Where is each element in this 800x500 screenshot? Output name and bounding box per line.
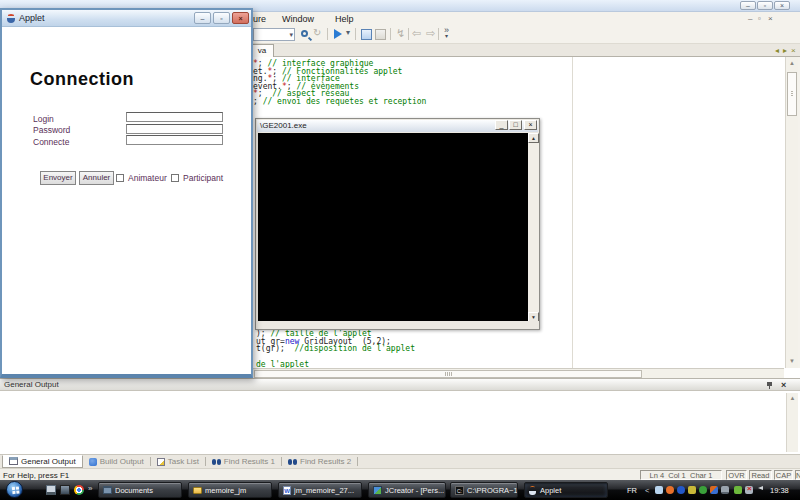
debug-icon: ↯ xyxy=(396,27,405,40)
taskbar-button-memoire-jm[interactable]: memoire_jm xyxy=(188,482,272,498)
mdi-minimize-icon[interactable]: – xyxy=(748,15,752,23)
toolbar-separator xyxy=(408,28,409,40)
applet-window[interactable]: Applet – ▫ × Connection Login Password C… xyxy=(0,8,253,378)
console-title-text: \GE2001.exe xyxy=(260,121,307,130)
menu-item-partial[interactable]: ure xyxy=(253,14,266,24)
tab-label: Build Output xyxy=(100,457,144,466)
output-window-icon xyxy=(9,457,18,465)
tab-scroll-right-icon[interactable]: ▸ xyxy=(783,46,787,55)
mdi-restore-icon[interactable]: ▫ xyxy=(758,15,761,23)
login-field[interactable] xyxy=(126,112,223,122)
app-tray-icon[interactable] xyxy=(710,486,718,494)
editor-vertical-scrollbar[interactable]: ▲ ▼ xyxy=(785,57,798,368)
scrollbar-thumb[interactable] xyxy=(787,72,797,116)
volume-icon[interactable] xyxy=(758,486,763,490)
scrollbar-thumb[interactable] xyxy=(254,370,642,378)
forward-arrow-icon[interactable]: ⇨ xyxy=(426,27,435,40)
toolbar-overflow-icon[interactable]: »▾ xyxy=(444,26,449,39)
applet-maximize-button[interactable]: ▫ xyxy=(213,12,230,24)
annuler-button[interactable]: Annuler xyxy=(79,171,114,185)
pin-icon[interactable] xyxy=(767,382,772,386)
show-desktop-icon[interactable] xyxy=(46,485,56,495)
tab-close-icon[interactable]: × xyxy=(791,46,796,55)
menu-item-help[interactable]: Help xyxy=(335,14,354,24)
close-icon[interactable]: × xyxy=(781,380,786,390)
console-icon: C: xyxy=(455,486,464,495)
tab-general-output[interactable]: General Output xyxy=(2,455,83,468)
quick-launch-icon[interactable] xyxy=(60,485,70,495)
bluetooth-icon[interactable] xyxy=(677,486,685,494)
applet-titlebar[interactable]: Applet – ▫ × xyxy=(2,10,251,27)
sync-icon[interactable]: ↻ xyxy=(313,27,321,38)
build-icon[interactable] xyxy=(361,29,372,40)
applet-close-button[interactable]: × xyxy=(232,12,249,24)
connecte-field[interactable] xyxy=(126,135,223,145)
console-scrollbar[interactable]: ▲ ▼ xyxy=(528,133,539,322)
tab-task-list[interactable]: Task List xyxy=(151,455,205,468)
tray-chevron-icon[interactable]: < xyxy=(645,486,649,495)
mdi-close-icon[interactable]: × xyxy=(768,15,773,23)
taskbar-button-jm-memoire[interactable]: Wjm_memoire_27... xyxy=(278,482,362,498)
toolbar-combobox[interactable]: ▾ xyxy=(253,28,295,41)
ide-close-button[interactable]: × xyxy=(774,1,790,10)
applet-minimize-button[interactable]: – xyxy=(194,12,211,24)
run-options-caret-icon[interactable]: ▾ xyxy=(346,28,350,37)
console-maximize-button[interactable]: □ xyxy=(509,120,522,130)
build-icon xyxy=(89,458,97,466)
scroll-up-icon[interactable]: ▲ xyxy=(786,57,798,70)
find-icon[interactable] xyxy=(301,30,308,37)
run-icon[interactable] xyxy=(334,29,342,39)
network-error-icon[interactable] xyxy=(745,486,753,494)
tab-find-results-2[interactable]: Find Results 2 xyxy=(282,455,357,468)
security-icon[interactable] xyxy=(699,486,707,494)
tab-scroll-left-icon[interactable]: ◂ xyxy=(775,46,779,55)
chevron-down-icon[interactable]: ▾ xyxy=(289,31,293,39)
participant-checkbox[interactable] xyxy=(171,174,179,182)
connection-heading: Connection xyxy=(30,69,134,90)
taskbar: » Documents memoire_jm Wjm_memoire_27...… xyxy=(0,480,800,500)
animateur-label: Animateur xyxy=(128,173,167,183)
clock[interactable]: 19:38 xyxy=(770,486,789,495)
tab-find-results-1[interactable]: Find Results 1 xyxy=(206,455,281,468)
scroll-down-icon[interactable]: ▼ xyxy=(786,355,798,368)
code-segment: // envoi des requetes et reception xyxy=(263,97,427,106)
display-icon[interactable] xyxy=(721,486,729,494)
messenger-icon[interactable] xyxy=(655,486,663,494)
battery-icon[interactable] xyxy=(734,486,742,494)
taskbar-button-applet[interactable]: Applet xyxy=(524,482,608,498)
applet-title-text: Applet xyxy=(19,13,45,23)
editor-horizontal-scrollbar[interactable] xyxy=(252,368,784,378)
taskbar-button-documents[interactable]: Documents xyxy=(98,482,182,498)
envoyer-button[interactable]: Envoyer xyxy=(40,171,76,185)
console-minimize-button[interactable]: _ xyxy=(495,120,508,130)
ide-minimize-button[interactable]: – xyxy=(740,1,756,10)
start-button[interactable] xyxy=(6,481,23,498)
ide-restore-button[interactable]: ▫ xyxy=(757,1,773,10)
code-line: de l'applet xyxy=(256,361,415,369)
task-label: memoire_jm xyxy=(205,486,246,495)
animateur-checkbox[interactable] xyxy=(116,174,124,182)
language-indicator[interactable]: FR xyxy=(627,486,637,495)
document-tab[interactable]: va xyxy=(250,44,274,57)
taskbar-button-jcreator[interactable]: JCreator - [Pers... xyxy=(368,482,446,498)
taskbar-button-console[interactable]: C:C:\PROGRA~1\... xyxy=(450,482,518,498)
console-window[interactable]: \GE2001.exe _ □ × ▲ ▼ xyxy=(255,118,540,330)
back-arrow-icon[interactable]: ⇦ xyxy=(412,27,421,40)
chrome-icon[interactable] xyxy=(74,485,84,495)
quick-launch-overflow-icon[interactable]: » xyxy=(88,484,92,493)
tab-build-output[interactable]: Build Output xyxy=(83,455,150,468)
menu-item-window[interactable]: Window xyxy=(282,14,314,24)
read-indicator: Read xyxy=(749,470,772,480)
antivirus-icon[interactable] xyxy=(666,486,674,494)
updates-icon[interactable] xyxy=(688,486,696,494)
ovr-indicator: OVR xyxy=(726,470,747,480)
scroll-up-icon[interactable]: ▲ xyxy=(528,133,539,143)
output-panel-header[interactable]: General Output × xyxy=(0,378,800,391)
console-close-button[interactable]: × xyxy=(524,120,537,130)
scroll-up-icon[interactable]: ▲ xyxy=(787,393,798,403)
task-list-icon xyxy=(157,458,165,466)
password-field[interactable] xyxy=(126,124,223,134)
output-scrollbar[interactable]: ▲ xyxy=(786,393,798,452)
output-panel-body[interactable] xyxy=(0,391,800,454)
console-output-area[interactable] xyxy=(258,133,528,322)
